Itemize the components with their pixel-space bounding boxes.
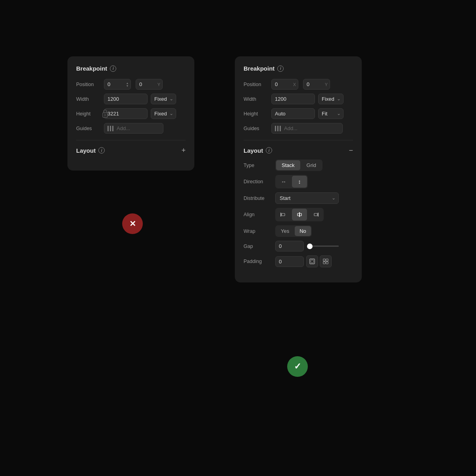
left-info-icon[interactable]: i [110,65,116,72]
right-type-row: Type Stack Grid [244,159,353,171]
right-distribute-select[interactable]: Start Center End Space Between [275,192,339,204]
right-type-label: Type [244,163,275,168]
right-padding-icons [306,255,332,267]
left-x-spin-up[interactable]: ▲ [126,82,129,84]
right-direction-vertical-btn[interactable] [292,176,307,188]
left-width-input[interactable] [104,94,148,104]
right-gap-slider[interactable] [307,246,339,247]
left-position-label: Position [76,82,101,87]
right-layout-info-icon[interactable]: i [266,147,272,154]
right-layout-title: Layout i [244,147,272,154]
svg-rect-8 [310,259,315,264]
right-padding-label: Padding [244,259,275,264]
svg-rect-12 [323,262,325,264]
right-width-mode-select[interactable]: Fixed Auto Fit [318,94,344,104]
left-height-input[interactable] [104,108,148,119]
right-info-icon[interactable]: i [277,65,284,72]
left-x-spin-down[interactable]: ▼ [126,84,129,87]
left-y-axis-tag: Y [157,82,160,87]
right-type-grid-btn[interactable]: Grid [301,160,322,170]
right-align-group [275,208,324,221]
check-button[interactable] [287,356,308,377]
right-width-mode-wrap[interactable]: Fixed Auto Fit [318,94,344,104]
right-align-row: Align [244,208,353,221]
left-guides-row: Guides Add... [76,123,186,134]
left-guides-placeholder: Add... [117,125,130,131]
right-align-left-btn[interactable] [276,209,291,221]
right-x-axis-tag: X [293,82,296,87]
left-panel-title: Breakpoint i [76,65,186,72]
right-direction-group [275,175,308,188]
left-height-mode-wrap[interactable]: Fixed Auto Fit [151,108,176,119]
right-position-y-wrap: Y [303,79,330,90]
right-width-input[interactable] [271,94,315,104]
right-guides-icon [275,126,281,131]
left-width-mode-wrap[interactable]: Fixed Auto Fit [151,94,176,104]
right-padding-individual-icon[interactable] [320,255,332,267]
right-height-mode-select[interactable]: Fit Fixed Auto [318,108,344,119]
svg-rect-11 [326,259,328,261]
left-width-row: Width Fixed Auto Fit [76,94,186,104]
right-title-text: Breakpoint [244,65,274,72]
svg-rect-10 [323,259,325,261]
right-wrap-yes-btn[interactable]: Yes [276,226,294,236]
right-wrap-label: Wrap [244,228,275,234]
right-height-row: Height Fit Fixed Auto [244,108,353,119]
right-gap-input[interactable] [275,241,304,251]
right-align-label: Align [244,212,275,217]
left-x-spinner-box[interactable]: ▲ ▼ [124,79,131,90]
left-height-row: Height Fixed Auto Fit [76,108,186,119]
right-guides-row: Guides Add... [244,123,353,134]
right-height-label: Height [244,111,268,117]
left-layout-info-icon[interactable]: i [98,147,105,154]
left-height-label: Height [76,111,101,117]
svg-rect-13 [326,262,328,264]
right-divider [244,140,353,140]
right-align-right-btn[interactable] [308,209,323,221]
svg-rect-9 [311,260,313,263]
left-height-mode-select[interactable]: Fixed Auto Fit [151,108,176,119]
left-layout-title: Layout i [76,147,105,154]
left-guides-field[interactable]: Add... [104,123,163,134]
left-x-spinner: ▲ ▼ [104,79,131,90]
svg-rect-7 [314,213,317,216]
svg-rect-4 [299,212,300,217]
right-wrap-no-btn[interactable]: No [295,226,311,236]
left-title-text: Breakpoint [76,65,107,72]
right-breakpoint-panel: Breakpoint i Position X Y Width Fixed Au… [235,56,362,282]
right-layout-label: Layout [244,147,263,154]
close-button[interactable] [122,213,143,234]
right-height-mode-wrap[interactable]: Fit Fixed Auto [318,108,344,119]
right-guides-field[interactable]: Add... [271,123,343,134]
right-distribute-wrap[interactable]: Start Center End Space Between [275,192,339,204]
right-height-input[interactable] [271,108,315,119]
right-layout-minus-btn[interactable]: − [349,147,353,154]
left-divider [76,140,186,140]
right-distribute-row: Distribute Start Center End Space Betwee… [244,192,353,204]
right-position-row: Position X Y [244,79,353,90]
right-type-stack-btn[interactable]: Stack [276,160,300,170]
right-width-row: Width Fixed Auto Fit [244,94,353,104]
right-width-label: Width [244,96,268,102]
right-padding-all-icon[interactable] [306,255,318,267]
right-distribute-label: Distribute [244,196,275,201]
right-panel-title: Breakpoint i [244,65,353,72]
right-align-center-btn[interactable] [292,209,307,221]
right-gap-row: Gap [244,241,353,251]
right-padding-area [275,255,332,267]
left-layout-add-btn[interactable]: + [181,147,186,154]
right-direction-horizontal-btn[interactable] [276,176,291,188]
right-padding-row: Padding [244,255,353,267]
right-position-label: Position [244,82,268,87]
right-wrap-group: Yes No [275,225,312,237]
left-layout-header: Layout i + [76,147,186,154]
left-position-x-wrap: ▲ ▼ [104,79,131,90]
right-padding-input[interactable] [275,256,304,267]
svg-rect-2 [280,213,281,217]
right-wrap-row: Wrap Yes No [244,225,353,237]
right-guides-placeholder: Add... [284,125,298,131]
right-type-toggle: Stack Grid [275,159,322,171]
right-position-x-wrap: X [271,79,298,90]
left-position-row: Position ▲ ▼ Y [76,79,186,90]
left-width-mode-select[interactable]: Fixed Auto Fit [151,94,176,104]
